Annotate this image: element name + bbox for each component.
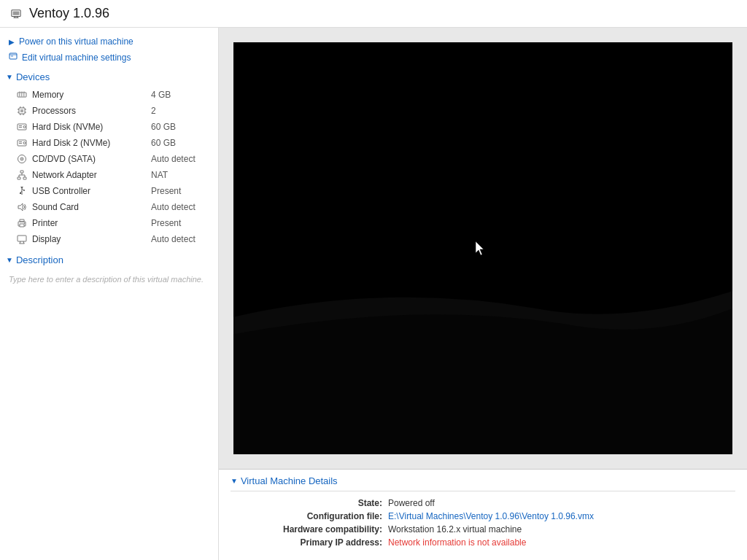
power-on-action[interactable]: ▶ Power on this virtual machine xyxy=(0,34,218,50)
vm-details-header[interactable]: ▼ Virtual Machine Details xyxy=(231,475,735,491)
harddisk2-name: Hard Disk 2 (NVMe) xyxy=(32,138,151,148)
usb-icon xyxy=(16,185,28,197)
device-network[interactable]: Network Adapter NAT xyxy=(0,167,218,183)
svg-point-26 xyxy=(23,126,26,128)
processor-icon xyxy=(16,105,28,117)
page-title: Ventoy 1.0.96 xyxy=(29,6,109,21)
description-section-header[interactable]: ▼ Description xyxy=(0,249,218,268)
sound-value: Auto detect xyxy=(151,202,209,212)
harddisk1-name: Hard Disk (NVMe) xyxy=(32,122,151,132)
config-label: Configuration file: xyxy=(236,510,382,522)
device-printer[interactable]: Printer Present xyxy=(0,215,218,231)
sound-name: Sound Card xyxy=(32,202,151,212)
usb-name: USB Controller xyxy=(32,186,151,196)
ip-label: Primary IP address: xyxy=(236,537,382,548)
memory-name: Memory xyxy=(32,90,151,100)
device-sound[interactable]: Sound Card Auto detect xyxy=(0,199,218,215)
sidebar: ▶ Power on this virtual machine Edit vir… xyxy=(0,28,219,560)
svg-rect-10 xyxy=(21,93,23,97)
cdrom-icon xyxy=(16,153,28,165)
network-icon xyxy=(16,169,28,181)
main-content: ▼ Virtual Machine Details State: Powered… xyxy=(219,28,747,560)
details-triangle-icon: ▼ xyxy=(231,477,238,485)
svg-marker-59 xyxy=(476,241,484,255)
svg-rect-54 xyxy=(18,236,26,241)
svg-rect-51 xyxy=(20,224,24,227)
printer-name: Printer xyxy=(32,218,151,228)
svg-rect-1 xyxy=(13,11,20,15)
svg-marker-49 xyxy=(18,203,23,211)
svg-rect-38 xyxy=(23,177,26,179)
description-placeholder: Type here to enter a description of this… xyxy=(9,275,204,284)
network-value: NAT xyxy=(151,170,209,180)
printer-icon xyxy=(16,217,28,229)
edit-icon xyxy=(9,52,18,63)
memory-icon xyxy=(16,89,28,101)
svg-point-30 xyxy=(23,142,26,144)
device-memory[interactable]: Memory 4 GB xyxy=(0,87,218,103)
edit-settings-label: Edit virtual machine settings xyxy=(22,52,131,63)
devices-label: Devices xyxy=(16,71,50,82)
device-list: Memory 4 GB xyxy=(0,85,218,249)
vm-details-label: Virtual Machine Details xyxy=(241,475,338,486)
vm-title-icon xyxy=(9,7,23,21)
memory-value: 4 GB xyxy=(151,90,209,100)
svg-marker-48 xyxy=(20,187,23,189)
svg-line-56 xyxy=(23,241,24,244)
svg-rect-37 xyxy=(18,177,20,179)
svg-rect-52 xyxy=(20,219,24,222)
cdrom-value: Auto detect xyxy=(151,154,209,164)
device-cdrom[interactable]: CD/DVD (SATA) Auto detect xyxy=(0,151,218,167)
network-name: Network Adapter xyxy=(32,170,151,180)
ip-value: Network information is not available xyxy=(388,537,729,548)
svg-rect-25 xyxy=(18,124,26,130)
svg-point-53 xyxy=(24,222,25,223)
device-display[interactable]: Display Auto detect xyxy=(0,231,218,247)
hardware-value: Workstation 16.2.x virtual machine xyxy=(388,524,729,535)
edit-settings-action[interactable]: Edit virtual machine settings xyxy=(0,50,218,66)
harddisk1-icon xyxy=(16,121,28,133)
device-processors[interactable]: Processors 2 xyxy=(0,103,218,119)
vm-details-grid: State: Powered off Configuration file: E… xyxy=(231,497,735,548)
device-harddisk1[interactable]: Hard Disk (NVMe) 60 GB xyxy=(0,119,218,135)
vm-preview[interactable] xyxy=(233,42,732,454)
play-icon: ▶ xyxy=(9,38,15,46)
power-on-label: Power on this virtual machine xyxy=(19,36,133,47)
harddisk2-icon xyxy=(16,137,28,149)
devices-triangle-icon: ▼ xyxy=(6,73,13,81)
display-icon xyxy=(16,233,28,245)
hardware-label: Hardware compatibility: xyxy=(236,524,382,535)
config-value[interactable]: E:\Virtual Machines\Ventoy 1.0.96\Ventoy… xyxy=(388,510,729,522)
state-value: Powered off xyxy=(388,497,729,509)
svg-rect-47 xyxy=(20,192,21,194)
vm-details-section: ▼ Virtual Machine Details State: Powered… xyxy=(219,469,747,560)
svg-point-46 xyxy=(23,190,25,191)
description-content: Type here to enter a description of this… xyxy=(0,268,218,291)
state-label: State: xyxy=(236,497,382,509)
mouse-cursor xyxy=(476,241,484,256)
device-usb[interactable]: USB Controller Present xyxy=(0,183,218,199)
devices-section-header[interactable]: ▼ Devices xyxy=(0,66,218,85)
sound-icon xyxy=(16,201,28,213)
cdrom-name: CD/DVD (SATA) xyxy=(32,154,151,164)
svg-line-55 xyxy=(20,241,20,244)
processors-name: Processors xyxy=(32,106,151,116)
description-triangle-icon: ▼ xyxy=(6,256,13,264)
svg-rect-11 xyxy=(23,93,25,97)
svg-rect-16 xyxy=(20,109,23,112)
device-harddisk2[interactable]: Hard Disk 2 (NVMe) 60 GB xyxy=(0,135,218,151)
processors-value: 2 xyxy=(151,106,209,116)
svg-rect-9 xyxy=(19,93,20,97)
svg-rect-29 xyxy=(18,140,26,146)
display-value: Auto detect xyxy=(151,234,209,244)
app-window: Ventoy 1.0.96 ▶ Power on this virtual ma… xyxy=(0,0,747,560)
harddisk1-value: 60 GB xyxy=(151,122,209,132)
svg-rect-36 xyxy=(20,171,23,173)
title-bar: Ventoy 1.0.96 xyxy=(0,0,747,28)
description-label: Description xyxy=(16,254,63,265)
svg-point-35 xyxy=(21,158,22,159)
printer-value: Present xyxy=(151,218,209,228)
usb-value: Present xyxy=(151,186,209,196)
display-name: Display xyxy=(32,234,151,244)
vm-screen xyxy=(233,42,732,454)
